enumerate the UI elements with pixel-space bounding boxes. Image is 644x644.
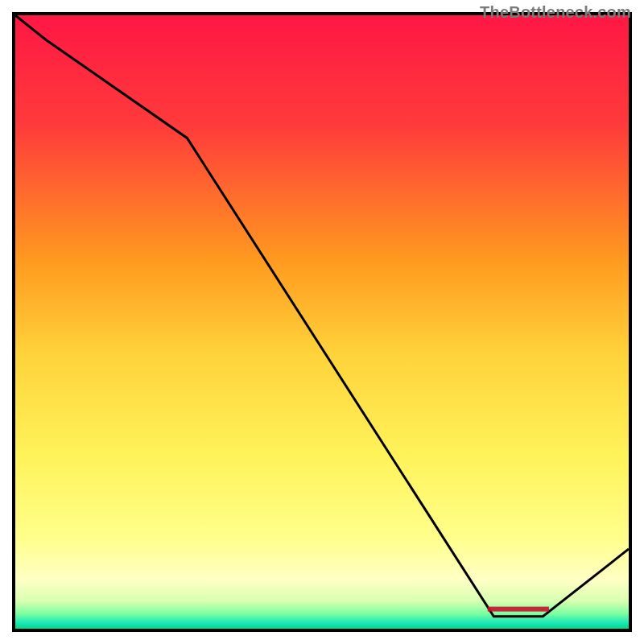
annotation-bar [488,607,549,612]
chart-svg [0,0,644,644]
watermark-text: TheBottleneck.com [480,3,631,22]
gradient-background [15,15,629,629]
bottleneck-chart: TheBottleneck.com [0,0,644,644]
